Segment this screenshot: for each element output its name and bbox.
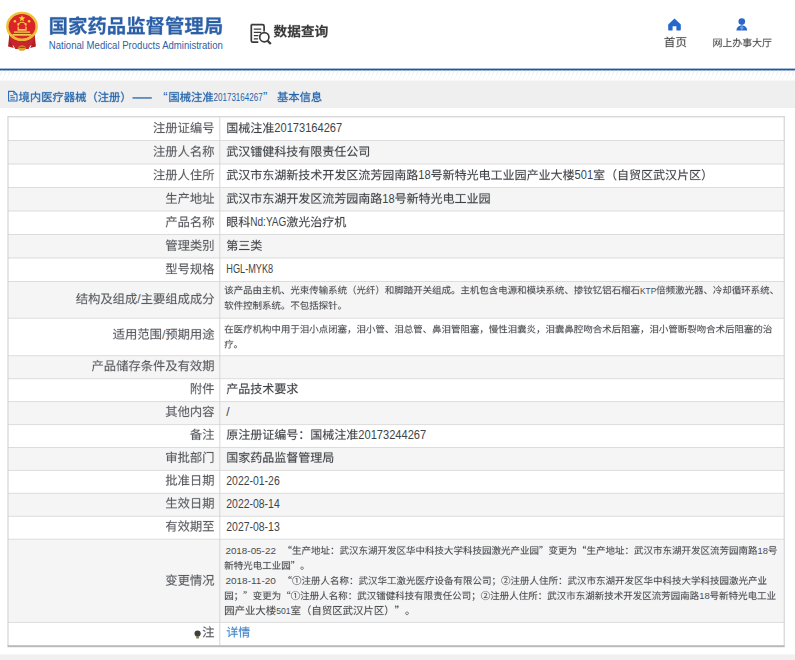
svg-text:Nd:YAG: Nd:YAG — [250, 215, 286, 229]
svg-text:501: 501 — [276, 605, 290, 616]
svg-text:2018-05-22: 2018-05-22 — [225, 545, 276, 556]
svg-text:2027-08-13: 2027-08-13 — [226, 520, 280, 534]
svg-text:/: / — [162, 328, 166, 342]
svg-text:2022-08-14: 2022-08-14 — [226, 497, 280, 511]
svg-text:”: ” — [263, 89, 267, 104]
svg-text:2022-01-26: 2022-01-26 — [226, 474, 280, 488]
svg-text:/: / — [137, 292, 141, 306]
svg-text:KTP: KTP — [640, 285, 656, 296]
svg-text:20173164267: 20173164267 — [214, 92, 263, 103]
svg-text:2018-11-20: 2018-11-20 — [225, 575, 276, 586]
svg-text:18: 18 — [382, 192, 395, 206]
svg-text:National Medical Products Admi: National Medical Products Administration — [49, 40, 223, 51]
svg-text:“: “ — [163, 89, 167, 104]
svg-text:20173164267: 20173164267 — [274, 121, 342, 135]
svg-text:HGL-MYK8: HGL-MYK8 — [226, 262, 273, 276]
svg-text:20173244267: 20173244267 — [358, 428, 426, 442]
svg-text:18: 18 — [758, 545, 768, 556]
svg-text:501: 501 — [575, 168, 594, 182]
svg-text:18: 18 — [699, 590, 709, 601]
svg-text:18: 18 — [418, 168, 431, 182]
